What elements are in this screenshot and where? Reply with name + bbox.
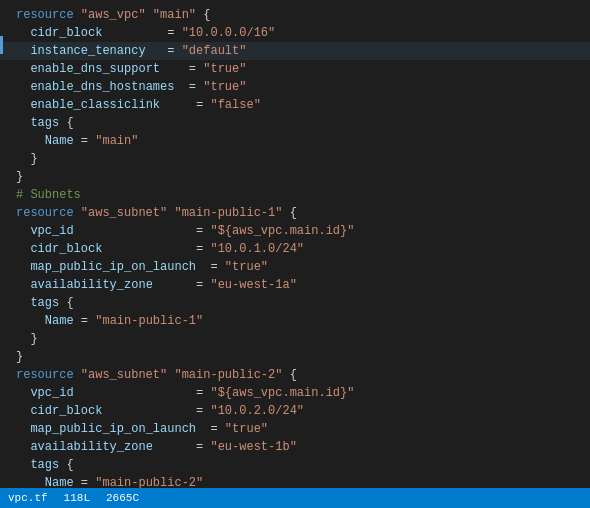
token: "eu-west-1b" [210, 440, 296, 454]
line-content: cidr_block = "10.0.0.0/16" [16, 24, 582, 42]
line-content: tags { [16, 294, 582, 312]
code-line: resource "aws_subnet" "main-public-1" { [0, 204, 590, 222]
token: "true" [203, 80, 246, 94]
token: = [81, 134, 95, 148]
line-content: enable_dns_hostnames = "true" [16, 78, 582, 96]
code-line: } [0, 168, 590, 186]
code-line: } [0, 150, 590, 168]
status-lines: 118L [64, 490, 90, 507]
code-line: instance_tenancy = "default" [0, 42, 590, 60]
line-content: vpc_id = "${aws_vpc.main.id}" [16, 384, 582, 402]
line-content: resource "aws_subnet" "main-public-2" { [16, 366, 582, 384]
token: = [189, 278, 211, 292]
token: "aws_subnet" [81, 206, 167, 220]
line-content: Name = "main-public-1" [16, 312, 582, 330]
code-line: resource "aws_subnet" "main-public-2" { [0, 366, 590, 384]
token: } [30, 332, 37, 346]
token: tags [30, 116, 66, 130]
code-line: tags { [0, 114, 590, 132]
token: instance_tenancy [30, 44, 160, 58]
token: availability_zone [30, 278, 188, 292]
token: } [16, 170, 23, 184]
code-line: tags { [0, 294, 590, 312]
status-chars: 2665C [106, 490, 139, 507]
code-editor: resource "aws_vpc" "main" { cidr_block =… [0, 0, 590, 508]
line-content: vpc_id = "${aws_vpc.main.id}" [16, 222, 582, 240]
code-line: availability_zone = "eu-west-1b" [0, 438, 590, 456]
token: { [282, 368, 296, 382]
token: = [182, 62, 204, 76]
token: "default" [182, 44, 247, 58]
token: map_public_ip_on_launch [30, 422, 203, 436]
token: = [203, 422, 225, 436]
line-content: instance_tenancy = "default" [16, 42, 582, 60]
code-line: cidr_block = "10.0.1.0/24" [0, 240, 590, 258]
token: resource [16, 8, 81, 22]
line-content: availability_zone = "eu-west-1a" [16, 276, 582, 294]
token: = [81, 314, 95, 328]
token: "main" [153, 8, 196, 22]
token: = [182, 80, 204, 94]
token: enable_classiclink [30, 98, 188, 112]
token: availability_zone [30, 440, 188, 454]
token: cidr_block [30, 26, 160, 40]
line-content: enable_dns_support = "true" [16, 60, 582, 78]
line-content: resource "aws_subnet" "main-public-1" { [16, 204, 582, 222]
token: vpc_id [30, 224, 188, 238]
token: tags [30, 458, 66, 472]
code-line: map_public_ip_on_launch = "true" [0, 420, 590, 438]
token: "${aws_vpc.main.id}" [210, 386, 354, 400]
token: "main-public-1" [174, 206, 282, 220]
token: map_public_ip_on_launch [30, 260, 203, 274]
token: "main-public-2" [174, 368, 282, 382]
line-content: } [16, 348, 582, 366]
code-line: # Subnets [0, 186, 590, 204]
code-line: map_public_ip_on_launch = "true" [0, 258, 590, 276]
token: "10.0.0.0/16" [182, 26, 276, 40]
token: = [160, 26, 182, 40]
line-content: tags { [16, 456, 582, 474]
token: "main-public-1" [95, 314, 203, 328]
token: "true" [225, 422, 268, 436]
token: vpc_id [30, 386, 188, 400]
token: enable_dns_support [30, 62, 181, 76]
token: = [189, 440, 211, 454]
line-content: map_public_ip_on_launch = "true" [16, 420, 582, 438]
token: = [189, 386, 211, 400]
token: "true" [203, 62, 246, 76]
code-line: tags { [0, 456, 590, 474]
line-content: map_public_ip_on_launch = "true" [16, 258, 582, 276]
line-content: Name = "main" [16, 132, 582, 150]
status-bar: vpc.tf 118L 2665C [0, 488, 590, 509]
token: "main" [95, 134, 138, 148]
code-line: cidr_block = "10.0.0.0/16" [0, 24, 590, 42]
token: = [189, 224, 211, 238]
code-line: vpc_id = "${aws_vpc.main.id}" [0, 222, 590, 240]
code-line: cidr_block = "10.0.2.0/24" [0, 402, 590, 420]
token: = [189, 242, 211, 256]
code-line: enable_dns_support = "true" [0, 60, 590, 78]
line-content: cidr_block = "10.0.2.0/24" [16, 402, 582, 420]
token: Name [45, 134, 81, 148]
code-line: } [0, 348, 590, 366]
token: resource [16, 368, 81, 382]
token: { [282, 206, 296, 220]
code-line: vpc_id = "${aws_vpc.main.id}" [0, 384, 590, 402]
code-line: enable_classiclink = "false" [0, 96, 590, 114]
token: = [203, 260, 225, 274]
token: "${aws_vpc.main.id}" [210, 224, 354, 238]
line-content: } [16, 168, 582, 186]
line-content: } [16, 330, 582, 348]
code-line: resource "aws_vpc" "main" { [0, 6, 590, 24]
line-content: availability_zone = "eu-west-1b" [16, 438, 582, 456]
line-content: tags { [16, 114, 582, 132]
line-content: enable_classiclink = "false" [16, 96, 582, 114]
token [146, 8, 153, 22]
token: } [30, 152, 37, 166]
token: tags [30, 296, 66, 310]
token: # Subnets [16, 188, 81, 202]
token: cidr_block [30, 242, 188, 256]
code-line: availability_zone = "eu-west-1a" [0, 276, 590, 294]
code-line: enable_dns_hostnames = "true" [0, 78, 590, 96]
token: { [66, 458, 73, 472]
